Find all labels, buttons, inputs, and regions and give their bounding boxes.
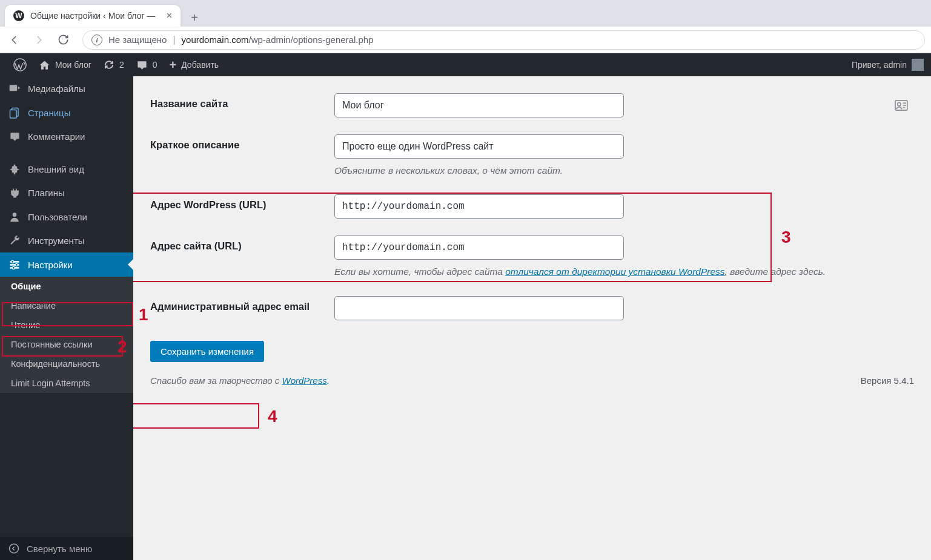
forward-button[interactable]	[30, 31, 47, 48]
separator: |	[173, 35, 175, 45]
svg-rect-3	[10, 110, 17, 119]
howdy-text: Привет, admin	[852, 60, 907, 70]
footer-text: .	[327, 375, 330, 386]
comments-link[interactable]: 0	[130, 53, 164, 76]
sub-item-privacy[interactable]: Конфиденциальность	[0, 354, 133, 374]
site-info-icon[interactable]: i	[91, 35, 102, 45]
admin-email-input[interactable]	[334, 296, 624, 320]
sidebar-label: Инструменты	[28, 236, 85, 246]
wp-url-input[interactable]	[334, 194, 624, 219]
tools-icon	[8, 235, 21, 246]
adminbar-site-name: Мои блог	[55, 60, 91, 70]
plugins-icon	[8, 187, 21, 199]
url-text: yourdomain.com/wp-admin/options-general.…	[182, 35, 374, 45]
sub-item-writing[interactable]: Написание	[0, 296, 133, 315]
tagline-label: Краткое описание	[150, 134, 334, 151]
address-bar[interactable]: i Не защищено | yourdomain.com/wp-admin/…	[82, 30, 925, 50]
settings-content: Название сайта Краткое описание Объяснит…	[133, 76, 931, 560]
comments-icon	[8, 131, 21, 142]
sidebar-item-plugins[interactable]: Плагины	[0, 181, 133, 205]
footer-text: Спасибо вам за творчество с	[150, 375, 282, 386]
tagline-description: Объясните в нескольких словах, о чём это…	[334, 163, 831, 177]
updates-count: 2	[119, 60, 124, 70]
sub-item-lla[interactable]: Limit Login Attempts	[0, 374, 133, 393]
site-title-input[interactable]	[334, 93, 624, 117]
footer-thanks: Спасибо вам за творчество с WordPress.	[150, 375, 330, 386]
wp-admin-bar: Мои блог 2 0 + Добавить Привет, admin	[0, 53, 931, 76]
comments-count: 0	[153, 60, 157, 70]
sidebar-item-media[interactable]: Медиафайлы	[0, 76, 133, 100]
settings-submenu: Общие Написание Чтение Постоянные ссылки…	[0, 277, 133, 393]
sidebar-item-appearance[interactable]: Внешний вид	[0, 157, 133, 181]
add-new-label: Добавить	[181, 60, 219, 70]
adminbar-account[interactable]: Привет, admin	[852, 59, 924, 71]
admin-sidebar: Медиафайлы Страницы Комментарии Внешний …	[0, 76, 133, 560]
collapse-menu-button[interactable]: Свернуть меню	[0, 537, 133, 560]
sidebar-item-comments[interactable]: Комментарии	[0, 125, 133, 148]
desc-text: , введите адрес здесь.	[725, 266, 826, 277]
sidebar-item-tools[interactable]: Инструменты	[0, 229, 133, 252]
row-tagline: Краткое описание Объясните в нескольких …	[150, 126, 914, 186]
browser-toolbar: i Не защищено | yourdomain.com/wp-admin/…	[0, 27, 931, 53]
wp-url-label: Адрес WordPress (URL)	[150, 194, 334, 211]
contact-card-icon	[895, 100, 908, 111]
media-icon	[8, 82, 21, 94]
admin-footer: Спасибо вам за творчество с WordPress. В…	[150, 362, 914, 395]
appearance-icon	[8, 163, 21, 175]
new-tab-button[interactable]: +	[185, 8, 204, 27]
collapse-icon	[8, 543, 19, 554]
tagline-input[interactable]	[334, 134, 624, 159]
sidebar-item-settings[interactable]: Настройки	[0, 252, 133, 277]
sidebar-label: Медиафайлы	[28, 84, 85, 94]
tab-strip: W Общие настройки ‹ Мои блог — × +	[0, 0, 931, 27]
annotation-box-4	[133, 403, 259, 429]
svg-point-8	[12, 260, 14, 263]
site-url-description: Если вы хотите, чтобы адрес сайта отлича…	[334, 265, 831, 278]
wordpress-link[interactable]: WordPress	[282, 375, 327, 386]
sidebar-label: Внешний вид	[28, 164, 84, 174]
site-url-label: Адрес сайта (URL)	[150, 236, 334, 252]
plus-icon: +	[170, 58, 177, 72]
site-name-link[interactable]: Мои блог	[33, 53, 98, 76]
svg-point-4	[13, 212, 17, 217]
desc-text: Если вы хотите, чтобы адрес сайта	[334, 266, 505, 277]
updates-link[interactable]: 2	[98, 53, 130, 76]
avatar-icon	[912, 59, 924, 71]
svg-rect-1	[10, 85, 18, 91]
sidebar-item-users[interactable]: Пользователи	[0, 205, 133, 229]
tab-close-icon[interactable]: ×	[167, 10, 172, 21]
sidebar-label: Страницы	[28, 108, 70, 118]
sub-item-general[interactable]: Общие	[0, 277, 133, 296]
browser-tab[interactable]: W Общие настройки ‹ Мои блог — ×	[5, 5, 181, 27]
svg-point-11	[10, 544, 19, 553]
site-title-label: Название сайта	[150, 93, 334, 110]
sidebar-label: Пользователи	[28, 212, 87, 222]
settings-icon	[8, 259, 21, 271]
sidebar-label: Настройки	[28, 260, 73, 270]
sidebar-item-pages[interactable]: Страницы	[0, 100, 133, 125]
sub-item-reading[interactable]: Чтение	[0, 315, 133, 335]
sidebar-label: Плагины	[28, 188, 65, 198]
back-button[interactable]	[6, 31, 23, 48]
url-host: yourdomain.com	[182, 35, 249, 45]
tab-title: Общие настройки ‹ Мои блог —	[30, 11, 161, 21]
reload-button[interactable]	[55, 31, 71, 48]
annotation-number-4: 4	[268, 407, 277, 426]
site-url-help-link[interactable]: отличался от директории установки WordPr…	[505, 266, 724, 277]
admin-email-label: Административный адрес email	[150, 296, 334, 312]
add-new-link[interactable]: + Добавить	[164, 53, 225, 76]
svg-point-9	[15, 263, 18, 266]
row-site-url: Адрес сайта (URL) Если вы хотите, чтобы …	[150, 227, 914, 287]
collapse-label: Свернуть меню	[27, 544, 92, 554]
pages-icon	[8, 107, 21, 119]
wp-logo-menu[interactable]	[7, 53, 33, 76]
browser-chrome: W Общие настройки ‹ Мои блог — × + i Не …	[0, 0, 931, 53]
site-url-input[interactable]	[334, 236, 624, 260]
url-path: /wp-admin/options-general.php	[248, 35, 373, 45]
wordpress-favicon-icon: W	[13, 10, 24, 21]
save-changes-button[interactable]: Сохранить изменения	[150, 341, 264, 362]
sub-item-permalinks[interactable]: Постоянные ссылки	[0, 335, 133, 354]
row-admin-email: Административный адрес email	[150, 288, 914, 329]
row-site-title: Название сайта	[150, 85, 914, 126]
users-icon	[8, 211, 21, 223]
